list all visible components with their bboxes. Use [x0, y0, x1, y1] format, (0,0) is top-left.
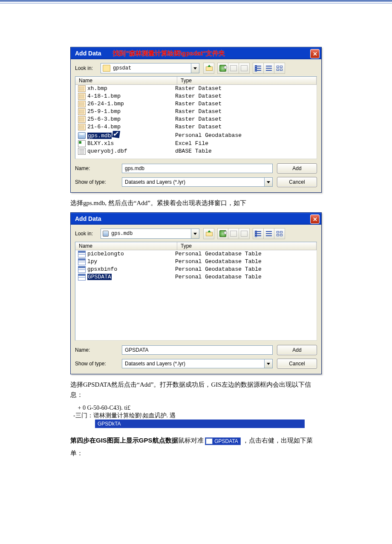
toolbar: Look in: gps.mdb — [71, 225, 321, 242]
table-icon — [78, 274, 86, 281]
showtype-label: Show of type: — [75, 361, 118, 367]
header-name[interactable]: Name — [75, 242, 177, 250]
list-item[interactable]: 25-9-1.bmpRaster Dataset — [75, 108, 317, 116]
details-view-button[interactable] — [263, 63, 274, 74]
lookin-label: Look in: — [75, 231, 101, 237]
gpsdata-layer-badge[interactable]: GPSDATA — [205, 437, 241, 445]
toolbar: Look in: gpsdat — [71, 59, 321, 76]
step4-heading: 第四步在GIS图面上显示GPS航点数据 — [70, 437, 178, 444]
close-icon: ✕ — [313, 51, 317, 57]
toolbar-buttons — [204, 228, 285, 239]
list-item[interactable]: gpsxbinfoPersonal Geodatabase Table — [75, 266, 317, 273]
dialog-bottom: Name: gps.mdb Add Show of type: Datasets… — [71, 159, 321, 192]
file-name: picbelongto — [87, 251, 124, 257]
list-item[interactable]: 21-6-4.bmpRaster Dataset — [75, 123, 317, 131]
raster-icon — [78, 116, 86, 123]
name-label: Name: — [75, 347, 118, 353]
disconnect-button — [228, 63, 239, 74]
file-name: BLXY.xls — [87, 140, 114, 147]
new-icon — [241, 65, 248, 71]
instruction-text-1: 选择gps.mdb, 然后点击“Add”。紧接着会出现表选择窗口，如下 — [70, 198, 322, 208]
list-item[interactable]: xh.bmpRaster Dataset — [75, 85, 317, 93]
add-data-dialog-2: Add Data ✕ Look in: gps.mdb — [70, 212, 322, 374]
raster-icon — [78, 108, 86, 115]
table-icon — [78, 266, 86, 273]
file-type: Raster Dataset — [175, 123, 317, 131]
list-item[interactable]: picbelongtoPersonal Geodatabase Table — [75, 250, 317, 258]
titlebar[interactable]: Add Data ✕ — [71, 213, 321, 225]
lookin-path: gps.mdb — [111, 231, 133, 237]
cancel-button[interactable]: Cancel — [277, 177, 317, 187]
thumbnails-view-button[interactable] — [274, 63, 285, 74]
file-name: xh.bmp — [87, 85, 107, 92]
step4-paragraph: 第四步在GIS图面上显示GPS航点数据鼠标对准 GPSDATA ，点击右健，出现… — [70, 434, 322, 460]
file-name: gps.mdb — [87, 133, 112, 139]
up-folder-icon — [206, 66, 212, 71]
titlebar[interactable]: Add Data 找到"森林测量计算绘图\gpsdat"文件夹 ✕ — [71, 47, 321, 59]
showtype-label: Show of type: — [75, 179, 118, 185]
new-button — [239, 63, 250, 74]
lookin-combo[interactable]: gpsdat — [101, 63, 199, 73]
toolbar-buttons — [204, 63, 285, 74]
file-type: Raster Dataset — [175, 85, 317, 93]
file-list: Name Type picbelongtoPersonal Geodatabas… — [75, 242, 317, 341]
file-type: Raster Dataset — [175, 108, 317, 116]
up-one-level-button[interactable] — [203, 228, 214, 239]
combo-dropdown-button[interactable] — [191, 229, 199, 238]
showtype-select[interactable]: Datasets and Layers (*.lyr) — [122, 177, 273, 187]
add-button[interactable]: Add — [277, 345, 317, 355]
table-icon — [78, 251, 86, 258]
showtype-dropdown-button[interactable] — [264, 359, 272, 368]
close-button[interactable]: ✕ — [310, 49, 320, 58]
list-item[interactable]: 25-6-3.bmpRaster Dataset — [75, 116, 317, 123]
list-view-button[interactable] — [253, 228, 264, 239]
disconnect-icon — [230, 65, 237, 71]
name-input[interactable]: GPSDATA — [122, 345, 273, 355]
thumbnails-view-button[interactable] — [274, 228, 285, 239]
up-one-level-button[interactable] — [203, 63, 214, 74]
instruction-text-2: 选择GPSDATA然后点击“Add”。打开数据成功后，GIS左边的数据源框内会出… — [70, 379, 322, 400]
close-button[interactable]: ✕ — [310, 214, 320, 224]
list-view-button[interactable] — [253, 63, 264, 74]
list-item[interactable]: gps.mdb✓Personal Geodatabase — [75, 131, 317, 140]
lookin-path: gpsdat — [113, 65, 131, 71]
close-icon: ✕ — [313, 216, 317, 223]
connect-folder-button[interactable] — [217, 63, 228, 74]
file-list: Name Type xh.bmpRaster Dataset4-18-1.bmp… — [75, 76, 317, 159]
list-item[interactable]: queryobj.dbfdBASE Table — [75, 148, 317, 155]
list-item[interactable]: 26-24-1.bmpRaster Dataset — [75, 100, 317, 108]
raster-icon — [78, 101, 86, 107]
list-item[interactable]: BLXY.xlsExcel File — [75, 140, 317, 148]
thumbnails-icon — [277, 66, 282, 71]
file-name: lpy — [87, 258, 97, 265]
header-type[interactable]: Type — [177, 242, 317, 250]
add-button[interactable]: Add — [277, 163, 317, 174]
showtype-dropdown-button[interactable] — [264, 178, 272, 186]
list-item[interactable]: GPSDATAPersonal Geodatabase Table — [75, 273, 317, 281]
file-type: Raster Dataset — [175, 100, 317, 108]
list-item[interactable]: lpyPersonal Geodatabase Table — [75, 258, 317, 266]
list-icon — [255, 66, 261, 71]
lookin-combo[interactable]: gps.mdb — [101, 229, 199, 239]
raster-icon — [78, 85, 86, 92]
name-input[interactable]: gps.mdb — [122, 164, 273, 173]
tree-line-2: -三门：谱林测量计算绘劉\如血讥护. 遇 — [70, 412, 322, 420]
file-name: 26-24-1.bmp — [87, 101, 124, 107]
file-type: dBASE Table — [175, 148, 317, 155]
cancel-button[interactable]: Cancel — [277, 359, 317, 369]
toc-tree-snippet: + 0 G-50-60-C43). ti£ -三门：谱林测量计算绘劉\如血讥护.… — [70, 404, 322, 428]
combo-dropdown-button[interactable] — [191, 64, 199, 73]
details-view-button[interactable] — [263, 228, 274, 239]
file-type: Raster Dataset — [175, 93, 317, 100]
tree-selected-item[interactable]: GPSDkTA — [95, 420, 305, 428]
connect-folder-button[interactable] — [217, 228, 228, 239]
header-name[interactable]: Name — [75, 77, 177, 84]
showtype-select[interactable]: Datasets and Layers (*.lyr) — [122, 359, 273, 368]
chevron-down-icon — [267, 363, 270, 365]
header-type[interactable]: Type — [177, 77, 317, 84]
name-label: Name: — [75, 165, 118, 171]
step4-mid: 鼠标对准 — [178, 437, 205, 444]
list-item[interactable]: 4-18-1.bmpRaster Dataset — [75, 93, 317, 100]
connect-icon — [219, 230, 226, 237]
file-type: Personal Geodatabase Table — [175, 258, 317, 266]
